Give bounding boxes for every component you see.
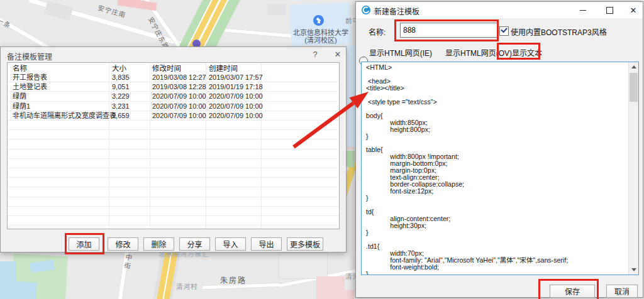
cell-size: 3,231 <box>112 102 130 111</box>
radio-html-ie-label[interactable]: 显示HTML网页(IE) <box>369 47 432 58</box>
cell-created: 2019/03/07 17:57 <box>209 73 263 82</box>
cell-size: 9,051 <box>112 82 130 92</box>
table-row[interactable]: 非机动车道隔离形式及宽度调查表 2,659 2020/07/09 10:00 2… <box>8 111 339 121</box>
maximize-button[interactable] <box>599 2 620 18</box>
map-building <box>44 1 73 21</box>
map-water <box>0 280 37 299</box>
cancel-button[interactable]: 取消 <box>606 285 638 298</box>
map-label-street: 中街 <box>122 253 134 271</box>
close-icon[interactable]: ✕ <box>623 2 644 18</box>
col-header-size: 大小 <box>112 63 126 73</box>
cell-created: 2019/01/19 17:18 <box>209 82 263 92</box>
delete-button[interactable]: 删除 <box>143 237 174 251</box>
cell-name: 绿荫1 <box>13 102 30 111</box>
new-template-dialog: 新建备注模板 ✕ 名称: 使用内置BOOTSTRAP3风格 显示HTML网页(I… <box>355 1 643 298</box>
app-logo-icon <box>362 6 370 14</box>
cell-modified: 2020/07/09 10:00 <box>152 102 206 111</box>
cell-modified: 2020/07/09 10:00 <box>152 111 206 121</box>
cell-size: 3,835 <box>112 73 130 82</box>
cell-size: 2,659 <box>112 111 130 121</box>
radio-html-ov-label[interactable]: 显示HTML网页(OV) <box>445 47 512 58</box>
map-building <box>316 276 345 299</box>
table-row[interactable]: 开工报告表 3,835 2019/03/08 12:27 2019/03/07 … <box>8 73 339 82</box>
col-header-modified: 修改时间 <box>152 63 181 73</box>
name-label: 名称: <box>369 26 386 37</box>
scroll-down-icon[interactable] <box>629 265 638 275</box>
cell-modified: 2019/03/08 12:28 <box>152 82 206 92</box>
map-label-campus: (清河校区) <box>293 35 348 45</box>
cell-name: 开工报告表 <box>13 73 47 82</box>
modify-button[interactable]: 修改 <box>108 237 138 251</box>
close-icon[interactable]: ✕ <box>332 50 343 60</box>
template-table[interactable]: 名称 大小 修改时间 创建时间 开工报告表 3,835 2019/03/08 1… <box>7 62 340 229</box>
scroll-up-icon[interactable] <box>629 62 638 72</box>
template-code-editor[interactable]: <HTML> <head> <title></title> <style typ… <box>361 62 639 275</box>
help-icon[interactable]: ? <box>309 50 321 60</box>
map-label-road-zhufang: 朱房路 <box>220 275 247 285</box>
cell-name: 非机动车道隔离形式及宽度调查表 <box>13 111 116 121</box>
col-header-created: 创建时间 <box>209 63 238 73</box>
add-button[interactable]: 添加 <box>69 237 99 251</box>
cell-created: 2020/07/09 10:00 <box>209 111 263 121</box>
template-manager-dialog: 备注模板管理 ? ✕ 名称 大小 修改时间 创建时间 开工报告表 3,835 2… <box>0 46 347 253</box>
cell-created: 2020/07/09 10:00 <box>209 92 263 101</box>
cell-created: 2020/07/09 10:00 <box>209 102 263 111</box>
school-pin-icon[interactable] <box>313 15 324 26</box>
table-row[interactable]: 土地登记表 9,051 2019/03/08 12:28 2019/01/19 … <box>8 82 339 92</box>
cell-size: 3,229 <box>112 92 130 101</box>
map-greenway <box>345 151 355 167</box>
cell-name: 绿荫 <box>13 92 26 101</box>
table-header-row: 名称 大小 修改时间 创建时间 <box>8 63 339 73</box>
dialog-title: 新建备注模板 <box>374 6 419 16</box>
name-input[interactable] <box>400 23 498 38</box>
minimize-button[interactable] <box>572 2 594 18</box>
screenshot-root: 北京信息科技大学 (清河校区) 安宁庄南 安宁庄东路 一条 前屯 北京清河万象汇… <box>0 0 644 299</box>
dialog-title: 备注模板管理 <box>7 51 52 62</box>
bootstrap-checkbox-label[interactable]: 使用内置BOOTSTRAP3风格 <box>511 26 607 37</box>
radio-show-text-label[interactable]: 显示文本 <box>512 47 542 58</box>
col-header-name: 名称 <box>13 63 27 73</box>
map-building <box>267 4 286 15</box>
cell-modified: 2019/03/08 12:27 <box>152 73 206 82</box>
more-templates-button[interactable]: 更多模板 <box>287 237 323 251</box>
cell-name: 土地登记表 <box>13 82 47 92</box>
map-label-village: 清河村 <box>176 281 198 291</box>
cell-modified: 2020/07/09 10:00 <box>152 92 206 101</box>
map-building <box>279 253 328 279</box>
title-bar: 新建备注模板 ✕ <box>356 2 643 18</box>
bootstrap-checkbox[interactable] <box>499 26 509 36</box>
share-button[interactable]: 分享 <box>179 237 210 251</box>
table-row[interactable]: 绿荫 3,229 2020/07/09 10:00 2020/07/09 10:… <box>8 92 339 101</box>
scrollbar-thumb[interactable] <box>630 73 638 102</box>
table-row[interactable]: 绿荫1 3,231 2020/07/09 10:00 2020/07/09 10… <box>8 102 339 111</box>
save-button[interactable]: 保存 <box>550 285 595 298</box>
import-button[interactable]: 导入 <box>215 237 246 251</box>
export-button[interactable]: 导出 <box>251 237 282 251</box>
map-building <box>343 290 354 299</box>
scrollbar[interactable] <box>628 62 638 275</box>
code-text[interactable]: <HTML> <head> <title></title> <style typ… <box>366 64 627 275</box>
